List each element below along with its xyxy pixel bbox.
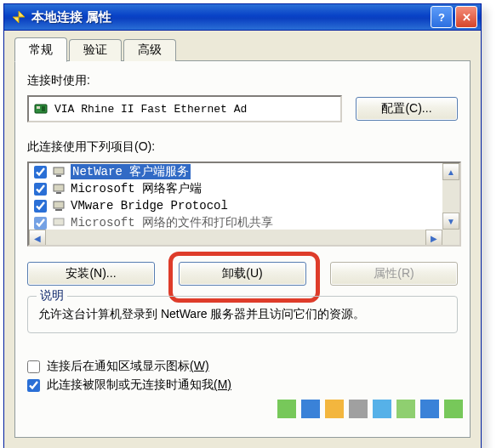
install-button[interactable]: 安装(N)... — [27, 262, 155, 286]
vertical-scrollbar[interactable]: ▲ ▼ — [442, 163, 459, 230]
protocol-icon — [52, 199, 66, 213]
client-icon — [52, 165, 66, 179]
svg-rect-2 — [42, 106, 45, 111]
window-title: 本地连接 属性 — [31, 9, 431, 26]
list-item-checkbox[interactable] — [34, 166, 47, 179]
svg-rect-6 — [56, 192, 61, 194]
connect-using-label: 连接时使用: — [27, 73, 458, 88]
adapter-row: VIA Rhine II Fast Ethernet Ad 配置(C)... — [27, 95, 458, 122]
scrollbar-corner — [442, 230, 459, 245]
list-item-checkbox[interactable] — [34, 217, 47, 230]
titlebar-buttons: ? ✕ — [431, 6, 477, 28]
list-item-checkbox[interactable] — [34, 200, 47, 213]
titlebar: 本地连接 属性 ? ✕ — [4, 4, 481, 31]
client-icon — [52, 182, 66, 196]
tab-general[interactable]: 常规 — [14, 37, 67, 62]
list-item-text: VMware Bridge Protocol — [71, 199, 228, 213]
description-text: 允许这台计算机登录到 NetWare 服务器并且访问它们的资源。 — [38, 305, 447, 322]
svg-rect-7 — [54, 201, 64, 208]
tab-page-general: 连接时使用: VIA Rhine II Fast Ethernet Ad 配置(… — [14, 60, 471, 438]
service-icon — [52, 216, 66, 230]
scroll-right-icon[interactable]: ▶ — [425, 230, 442, 247]
nic-icon — [34, 102, 48, 116]
svg-rect-5 — [54, 184, 64, 191]
components-listbox[interactable]: NetWare 客户端服务 Microsoft 网络客户端 — [27, 162, 461, 247]
description-legend: 说明 — [37, 288, 67, 303]
list-item-text: Microsoft 网络客户端 — [71, 181, 202, 196]
items-label: 此连接使用下列项目(O): — [27, 139, 458, 155]
list-item[interactable]: Microsoft 网络客户端 — [29, 180, 441, 197]
show-icon-check-row[interactable]: 连接后在通知区域显示图标(W) — [27, 359, 458, 374]
svg-rect-3 — [54, 167, 64, 174]
pixelation-overlay — [277, 400, 463, 418]
tab-strip: 常规 验证 高级 — [14, 39, 471, 61]
notify-label: 此连接被限制或无连接时通知我(M) — [47, 377, 231, 393]
list-inner: NetWare 客户端服务 Microsoft 网络客户端 — [29, 163, 441, 230]
description-group: 说明 允许这台计算机登录到 NetWare 服务器并且访问它们的资源。 — [27, 296, 458, 333]
client-area: 常规 验证 高级 连接时使用: VIA Rhine II Fast Ethern… — [4, 31, 481, 448]
tab-auth[interactable]: 验证 — [69, 39, 122, 61]
window-icon — [11, 9, 26, 25]
configure-button[interactable]: 配置(C)... — [356, 97, 458, 121]
show-icon-checkbox[interactable] — [27, 360, 40, 373]
help-button[interactable]: ? — [431, 6, 453, 28]
notify-check-row[interactable]: 此连接被限制或无连接时通知我(M) — [27, 377, 458, 393]
list-item[interactable]: NetWare 客户端服务 — [29, 163, 441, 180]
list-item[interactable]: VMware Bridge Protocol — [29, 197, 441, 214]
horizontal-scrollbar[interactable]: ◀ ▶ — [29, 230, 442, 245]
scroll-left-icon[interactable]: ◀ — [29, 230, 46, 247]
adapter-field: VIA Rhine II Fast Ethernet Ad — [27, 95, 342, 122]
button-row: 安装(N)... 卸载(U) 属性(R) — [27, 262, 458, 286]
show-icon-label: 连接后在通知区域显示图标(W) — [47, 359, 209, 374]
svg-rect-1 — [37, 106, 40, 109]
svg-rect-8 — [54, 218, 64, 225]
list-item-text: NetWare 客户端服务 — [71, 164, 191, 179]
properties-window: 本地连接 属性 ? ✕ 常规 验证 高级 连接时使用: — [3, 3, 482, 448]
list-item-checkbox[interactable] — [34, 183, 47, 196]
scroll-up-icon[interactable]: ▲ — [442, 163, 459, 180]
svg-rect-4 — [56, 175, 61, 177]
uninstall-button[interactable]: 卸载(U) — [179, 262, 306, 286]
bottom-check-group: 连接后在通知区域显示图标(W) 此连接被限制或无连接时通知我(M) — [27, 359, 458, 393]
scroll-down-icon[interactable]: ▼ — [442, 213, 459, 230]
properties-button: 属性(R) — [330, 262, 458, 286]
notify-checkbox[interactable] — [27, 379, 40, 392]
list-item-text: Microsoft 网络的文件和打印机共享 — [71, 215, 273, 230]
adapter-name: VIA Rhine II Fast Ethernet Ad — [54, 103, 247, 116]
tab-advanced[interactable]: 高级 — [123, 39, 176, 61]
list-item[interactable]: Microsoft 网络的文件和打印机共享 — [29, 214, 441, 230]
close-button[interactable]: ✕ — [455, 6, 477, 28]
